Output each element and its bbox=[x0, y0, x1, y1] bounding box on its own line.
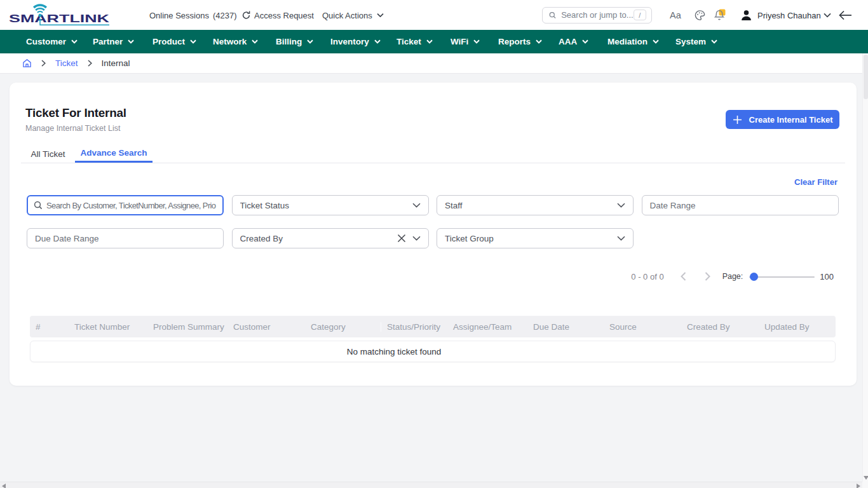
global-search-input[interactable]: Search or jump to... / bbox=[542, 7, 652, 24]
home-icon[interactable] bbox=[22, 58, 32, 68]
back-arrow-icon bbox=[839, 10, 852, 20]
chevron-down-icon bbox=[307, 39, 313, 44]
page-size-label: Page: bbox=[722, 272, 743, 281]
filter-created-by-select[interactable]: Created By bbox=[232, 228, 429, 248]
tab-advance-search[interactable]: Advance Search bbox=[75, 145, 153, 163]
global-search-placeholder: Search or jump to... bbox=[561, 10, 633, 20]
breadcrumb-link-ticket[interactable]: Ticket bbox=[55, 58, 78, 68]
filter-due-date-range-input[interactable]: Due Date Range bbox=[27, 228, 224, 248]
avatar-icon bbox=[740, 8, 753, 22]
vertical-scrollbar-thumb[interactable] bbox=[864, 55, 868, 99]
online-sessions[interactable]: Online Sessions (4237) bbox=[149, 10, 251, 20]
smartlink-logo[interactable]: SMARTLINK bbox=[9, 3, 111, 29]
vertical-scrollbar[interactable] bbox=[862, 53, 868, 482]
user-name: Priyesh Chauhan bbox=[757, 10, 821, 20]
nav-item-reports[interactable]: Reports bbox=[498, 30, 542, 53]
column-header-ticket-number[interactable]: Ticket Number bbox=[69, 322, 147, 332]
clear-icon[interactable] bbox=[397, 234, 406, 243]
chevron-down-icon bbox=[128, 39, 134, 44]
chevron-down-icon bbox=[71, 39, 78, 44]
chevron-down-icon bbox=[377, 13, 384, 17]
nav-item-wifi[interactable]: WiFi bbox=[451, 30, 480, 53]
online-sessions-label: Online Sessions bbox=[149, 10, 209, 20]
column-header-updated-by[interactable]: Updated By bbox=[759, 322, 836, 332]
nav-item-billing[interactable]: Billing bbox=[276, 30, 313, 53]
chevron-down-icon bbox=[473, 39, 480, 44]
nav-item-inventory[interactable]: Inventory bbox=[330, 30, 381, 53]
chevron-down-icon bbox=[252, 39, 258, 44]
chevron-right-icon bbox=[41, 60, 46, 67]
palette-icon bbox=[694, 9, 706, 21]
nav-item-network[interactable]: Network bbox=[213, 30, 258, 53]
clear-filter-link[interactable]: Clear Filter bbox=[794, 177, 837, 187]
chevron-down-icon bbox=[190, 39, 196, 44]
font-size-toggle[interactable]: Aa bbox=[670, 10, 681, 20]
filter-staff-select[interactable]: Staff bbox=[437, 195, 634, 215]
online-sessions-count: (4237) bbox=[213, 10, 237, 20]
scroll-right-arrow-icon[interactable] bbox=[857, 484, 860, 488]
chevron-down-icon bbox=[536, 39, 542, 44]
clear-filter-row: Clear Filter bbox=[10, 177, 837, 187]
tab-bar: All Ticket Advance Search bbox=[21, 145, 845, 163]
main-content: Ticket For Internal Manage Internal Tick… bbox=[0, 83, 868, 477]
filter-search-input[interactable]: Search By Customer, TicketNumber, Assign… bbox=[27, 195, 224, 215]
nav-item-partner[interactable]: Partner bbox=[93, 30, 134, 53]
chevron-right-icon bbox=[88, 60, 92, 67]
column-header-category[interactable]: Category bbox=[305, 322, 381, 332]
chevron-down-icon[interactable] bbox=[824, 13, 831, 18]
nav-item-product[interactable]: Product bbox=[153, 30, 196, 53]
nav-item-ticket[interactable]: Ticket bbox=[397, 30, 433, 53]
chevron-down-icon bbox=[412, 236, 421, 241]
scroll-left-arrow-icon[interactable] bbox=[2, 484, 6, 488]
column-header-problem-summary[interactable]: Problem Summary bbox=[147, 322, 227, 332]
column-header-created-by[interactable]: Created By bbox=[681, 322, 759, 332]
user-menu[interactable]: Priyesh Chauhan bbox=[757, 10, 821, 20]
pagination-next-button[interactable] bbox=[705, 272, 710, 281]
column-header-customer[interactable]: Customer bbox=[227, 322, 305, 332]
chevron-down-icon bbox=[617, 236, 625, 241]
tab-all-ticket[interactable]: All Ticket bbox=[21, 145, 75, 163]
pagination: 0 - 0 of 0 Page: 100 bbox=[10, 266, 834, 287]
scroll-down-arrow-icon[interactable] bbox=[864, 476, 868, 480]
column-header-due-date[interactable]: Due Date bbox=[527, 322, 604, 332]
notifications-button[interactable] bbox=[713, 9, 726, 22]
theme-palette-button[interactable] bbox=[694, 9, 706, 21]
chevron-down-icon bbox=[426, 39, 433, 44]
slash-shortcut-key: / bbox=[634, 10, 646, 20]
pagination-prev-button[interactable] bbox=[681, 272, 686, 281]
nav-item-customer[interactable]: Customer bbox=[26, 30, 78, 53]
slider-thumb[interactable] bbox=[750, 273, 758, 281]
chevron-left-icon bbox=[681, 272, 686, 281]
access-request[interactable]: Access Request bbox=[254, 10, 314, 20]
tickets-table: # Ticket Number Problem Summary Customer… bbox=[30, 316, 836, 362]
table-header-row: # Ticket Number Problem Summary Customer… bbox=[30, 316, 836, 337]
chevron-down-icon bbox=[653, 39, 659, 44]
user-avatar[interactable] bbox=[740, 8, 753, 22]
column-header-status-priority[interactable]: Status/Priority bbox=[381, 322, 447, 332]
filter-ticket-status-select[interactable]: Ticket Status bbox=[232, 195, 429, 215]
scrollbar-corner bbox=[862, 482, 868, 488]
top-header: SMARTLINK Online Sessions (4237) Access … bbox=[0, 0, 868, 30]
nav-item-mediation[interactable]: Mediation bbox=[607, 30, 659, 53]
column-header-index[interactable]: # bbox=[30, 322, 69, 332]
filter-date-range-input[interactable]: Date Range bbox=[642, 195, 839, 215]
nav-item-system[interactable]: System bbox=[675, 30, 717, 53]
page-title: Ticket For Internal bbox=[25, 105, 126, 121]
page-size-slider[interactable] bbox=[749, 273, 815, 281]
ticket-internal-card: Ticket For Internal Manage Internal Tick… bbox=[10, 83, 857, 386]
breadcrumb-current: Internal bbox=[102, 58, 130, 68]
refresh-icon[interactable] bbox=[241, 10, 251, 20]
chevron-down-icon bbox=[711, 39, 717, 44]
column-header-source[interactable]: Source bbox=[604, 322, 681, 332]
quick-actions[interactable]: Quick Actions bbox=[322, 10, 384, 20]
empty-message: No matching ticket found bbox=[347, 347, 442, 356]
search-icon bbox=[549, 11, 556, 20]
page-size-value: 100 bbox=[820, 272, 834, 281]
horizontal-scrollbar[interactable] bbox=[0, 482, 862, 488]
filter-ticket-group-select[interactable]: Ticket Group bbox=[437, 228, 634, 248]
nav-item-aaa[interactable]: AAA bbox=[559, 30, 588, 53]
back-arrow-button[interactable] bbox=[839, 10, 852, 20]
create-internal-ticket-button[interactable]: Create Internal Ticket bbox=[726, 110, 839, 129]
column-header-assignee-team[interactable]: Assignee/Team bbox=[447, 322, 527, 332]
chevron-down-icon bbox=[374, 39, 381, 44]
